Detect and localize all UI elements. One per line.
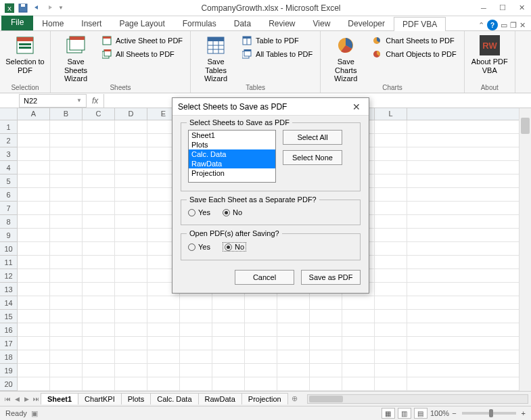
row-header[interactable]: 2 xyxy=(0,134,17,147)
cancel-button[interactable]: Cancel xyxy=(235,270,294,285)
separate-no-radio[interactable]: No xyxy=(223,208,242,216)
column-header[interactable]: D xyxy=(115,108,147,120)
active-sheet-to-pdf-button[interactable]: Active Sheet to PDF xyxy=(99,34,185,47)
save-as-pdf-button[interactable]: Save as PDF xyxy=(301,270,361,285)
row-header[interactable]: 1 xyxy=(0,120,17,134)
zoom-slider-handle[interactable] xyxy=(489,409,493,417)
chart-objects-to-pdf-button[interactable]: Chart Objects to PDF xyxy=(369,48,459,60)
sheet-tab[interactable]: Projection xyxy=(241,393,288,404)
zoom-in-button[interactable]: + xyxy=(522,409,526,417)
ribbon-minimize-icon[interactable]: ⌃ xyxy=(478,21,484,30)
tab-home[interactable]: Home xyxy=(33,16,72,30)
row-header[interactable]: 13 xyxy=(0,283,17,296)
row-header[interactable]: 3 xyxy=(0,147,17,161)
row-header[interactable]: 15 xyxy=(0,310,17,323)
row-header[interactable]: 11 xyxy=(0,256,17,269)
view-normal-button[interactable]: ▦ xyxy=(382,408,395,419)
column-header[interactable]: L xyxy=(375,108,407,120)
row-header[interactable]: 12 xyxy=(0,269,17,283)
vertical-scrollbar[interactable] xyxy=(519,108,531,391)
all-tables-to-pdf-button[interactable]: All Tables to PDF xyxy=(239,48,315,60)
row-header[interactable]: 8 xyxy=(0,215,17,229)
tab-review[interactable]: Review xyxy=(260,16,304,30)
sheets-listbox[interactable]: Sheet1PlotsCalc. DataRawDataProjection xyxy=(188,130,276,183)
view-page-break-button[interactable]: ▤ xyxy=(414,408,428,419)
chart-sheets-to-pdf-button[interactable]: Chart Sheets to PDF xyxy=(369,34,459,47)
close-button[interactable]: ✕ xyxy=(512,1,531,16)
sheet-nav-first-icon[interactable]: ⏮ xyxy=(3,396,12,402)
ribbon-close-icon[interactable]: ✕ xyxy=(520,21,526,30)
row-header[interactable]: 10 xyxy=(0,242,17,256)
select-all-button[interactable]: Select All xyxy=(283,130,342,145)
row-header[interactable]: 4 xyxy=(0,161,17,174)
select-none-button[interactable]: Select None xyxy=(283,150,342,165)
undo-icon[interactable] xyxy=(31,3,42,14)
sheet-nav-prev-icon[interactable]: ◀ xyxy=(12,396,22,402)
about-pdf-vba-button[interactable]: RW About PDF VBA xyxy=(470,33,509,74)
sheet-nav-next-icon[interactable]: ▶ xyxy=(22,396,31,402)
select-all-corner[interactable] xyxy=(0,108,17,120)
fx-icon[interactable]: fx xyxy=(87,96,103,106)
sheet-list-item[interactable]: Calc. Data xyxy=(189,149,275,159)
vertical-scroll-thumb[interactable] xyxy=(521,118,530,134)
tab-insert[interactable]: Insert xyxy=(72,16,110,30)
all-sheets-to-pdf-button[interactable]: All Sheets to PDF xyxy=(99,48,185,60)
sheet-tab[interactable]: ChartKPI xyxy=(78,393,122,404)
save-charts-wizard-button[interactable]: Save Charts Wizard xyxy=(326,33,365,83)
dialog-close-button[interactable]: ✕ xyxy=(350,101,363,112)
macro-record-icon[interactable]: ▣ xyxy=(31,409,38,418)
tab-pdf-vba[interactable]: PDF VBA xyxy=(394,17,446,31)
column-header[interactable]: C xyxy=(83,108,115,120)
row-header[interactable]: 16 xyxy=(0,323,17,337)
sheet-tab[interactable]: Calc. Data xyxy=(150,393,198,404)
tab-page-layout[interactable]: Page Layout xyxy=(110,16,173,30)
zoom-slider[interactable] xyxy=(462,412,516,415)
open-yes-radio[interactable]: Yes xyxy=(188,243,210,251)
zoom-out-button[interactable]: − xyxy=(452,409,456,417)
row-header[interactable]: 5 xyxy=(0,174,17,188)
row-header[interactable]: 17 xyxy=(0,337,17,350)
save-tables-wizard-button[interactable]: Save Tables Wizard xyxy=(196,33,235,83)
open-no-radio[interactable]: No xyxy=(223,242,246,252)
minimize-button[interactable]: ─ xyxy=(474,1,493,16)
horizontal-scrollbar[interactable] xyxy=(307,394,528,404)
row-header[interactable]: 19 xyxy=(0,364,17,377)
ribbon-minimize-window-icon[interactable]: ▭ xyxy=(501,21,507,30)
tab-formulas[interactable]: Formulas xyxy=(174,16,225,30)
dialog-titlebar[interactable]: Select Sheets to Save as PDF ✕ xyxy=(172,98,369,116)
sheet-nav-last-icon[interactable]: ⏭ xyxy=(31,396,41,402)
sheet-list-item[interactable]: Projection xyxy=(189,168,275,178)
sheet-list-item[interactable]: RawData xyxy=(189,159,275,168)
horizontal-scroll-thumb[interactable] xyxy=(309,396,343,402)
sheet-list-item[interactable]: Plots xyxy=(189,140,275,149)
tab-developer[interactable]: Developer xyxy=(339,16,394,30)
row-header[interactable]: 20 xyxy=(0,377,17,391)
row-header[interactable]: 7 xyxy=(0,202,17,215)
column-header[interactable]: A xyxy=(18,108,50,120)
sheet-tab[interactable]: Sheet1 xyxy=(41,393,78,404)
sheet-tab[interactable]: RawData xyxy=(198,393,242,404)
column-header[interactable]: B xyxy=(50,108,83,120)
file-tab[interactable]: File xyxy=(1,16,33,30)
separate-yes-radio[interactable]: Yes xyxy=(188,208,210,216)
name-box[interactable]: N22 ▼ xyxy=(19,94,87,108)
zoom-level[interactable]: 100% xyxy=(430,409,449,417)
tab-view[interactable]: View xyxy=(304,16,340,30)
tab-data[interactable]: Data xyxy=(225,16,260,30)
ribbon-restore-icon[interactable]: ❐ xyxy=(510,21,517,30)
row-header[interactable]: 6 xyxy=(0,188,17,202)
name-box-dropdown-icon[interactable]: ▼ xyxy=(76,97,82,103)
redo-icon[interactable] xyxy=(45,3,55,14)
row-header[interactable]: 14 xyxy=(0,296,17,310)
maximize-button[interactable]: ☐ xyxy=(493,1,512,16)
row-header[interactable]: 9 xyxy=(0,229,17,242)
help-icon[interactable]: ? xyxy=(487,20,498,30)
sheet-tab[interactable]: Plots xyxy=(121,393,151,404)
row-header[interactable]: 18 xyxy=(0,350,17,364)
new-sheet-button[interactable]: ⊕ xyxy=(287,394,302,403)
qat-dropdown-icon[interactable]: ▼ xyxy=(58,5,64,11)
save-icon[interactable] xyxy=(18,3,28,14)
selection-to-pdf-button[interactable]: Selection to PDF xyxy=(5,33,45,74)
sheet-list-item[interactable]: Sheet1 xyxy=(189,131,275,140)
table-to-pdf-button[interactable]: Table to PDF xyxy=(239,34,315,47)
